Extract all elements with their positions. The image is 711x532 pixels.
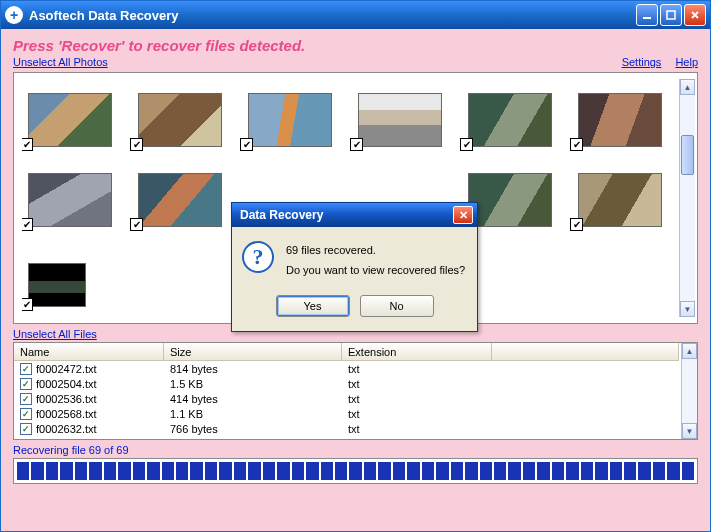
photo-item[interactable]: ✔ xyxy=(22,159,112,231)
file-size: 814 bytes xyxy=(164,363,342,375)
progress-segment xyxy=(263,462,275,480)
scroll-track[interactable] xyxy=(680,95,695,301)
photo-checkbox[interactable]: ✔ xyxy=(570,138,583,151)
progress-segment xyxy=(465,462,477,480)
photo-checkbox[interactable]: ✔ xyxy=(22,218,33,231)
file-row[interactable]: ✓f0002568.txt1.1 KBtxt xyxy=(14,406,679,421)
svg-rect-0 xyxy=(643,17,651,19)
photo-item[interactable]: ✔ xyxy=(462,79,552,151)
file-checkbox[interactable]: ✓ xyxy=(20,393,32,405)
close-button[interactable] xyxy=(684,4,706,26)
no-button[interactable]: No xyxy=(360,295,434,317)
scroll-track[interactable] xyxy=(682,359,697,423)
photo-item[interactable]: ✔ xyxy=(572,79,662,151)
file-checkbox[interactable]: ✓ xyxy=(20,363,32,375)
progress-segment xyxy=(508,462,520,480)
maximize-button[interactable] xyxy=(660,4,682,26)
column-extension[interactable]: Extension xyxy=(342,343,492,360)
file-name: f0002568.txt xyxy=(36,408,97,420)
progress-segment xyxy=(624,462,636,480)
photo-item[interactable]: ✔ xyxy=(572,159,662,231)
files-scrollbar[interactable]: ▲ ▼ xyxy=(681,343,697,439)
file-row[interactable]: ✓f0002632.txt766 bytestxt xyxy=(14,421,679,436)
photo-item[interactable]: ✔ xyxy=(352,79,442,151)
progress-segment xyxy=(46,462,58,480)
photos-scrollbar[interactable]: ▲ ▼ xyxy=(679,79,695,317)
progress-segment xyxy=(89,462,101,480)
unselect-all-files-link[interactable]: Unselect All Files xyxy=(13,328,97,340)
file-ext: txt xyxy=(342,393,492,405)
minimize-button[interactable] xyxy=(636,4,658,26)
photo-thumbnail xyxy=(468,93,552,147)
yes-button[interactable]: Yes xyxy=(276,295,350,317)
recovery-dialog: Data Recovery ✕ ? 69 files recovered. Do… xyxy=(231,202,478,332)
top-links-row: Unselect All Photos Settings Help xyxy=(1,56,710,72)
scroll-down-button[interactable]: ▼ xyxy=(682,423,697,439)
column-name[interactable]: Name xyxy=(14,343,164,360)
scroll-thumb[interactable] xyxy=(681,135,694,175)
file-row[interactable]: ✓f0002472.txt814 bytestxt xyxy=(14,361,679,376)
scroll-down-button[interactable]: ▼ xyxy=(680,301,695,317)
progress-segment xyxy=(162,462,174,480)
photo-item[interactable]: ✔ xyxy=(242,79,332,151)
photo-thumbnail xyxy=(138,173,222,227)
instruction-text: Press 'Recover' to recover files detecte… xyxy=(1,29,710,56)
file-ext: txt xyxy=(342,363,492,375)
progress-segment xyxy=(364,462,376,480)
unselect-all-photos-link[interactable]: Unselect All Photos xyxy=(13,56,108,68)
dialog-message: 69 files recovered. Do you want to view … xyxy=(286,241,465,281)
titlebar: + Asoftech Data Recovery xyxy=(1,1,710,29)
progress-segment xyxy=(537,462,549,480)
progress-segment xyxy=(234,462,246,480)
app-icon: + xyxy=(5,6,23,24)
files-panel: Name Size Extension ✓f0002472.txt814 byt… xyxy=(13,342,698,440)
column-size[interactable]: Size xyxy=(164,343,342,360)
photo-item[interactable]: ✔ xyxy=(132,79,222,151)
photo-thumbnail xyxy=(28,93,112,147)
progress-segment xyxy=(480,462,492,480)
photo-checkbox[interactable]: ✔ xyxy=(22,138,33,151)
column-spacer xyxy=(492,343,679,360)
progress-segment xyxy=(494,462,506,480)
progress-segment xyxy=(393,462,405,480)
photo-thumbnail xyxy=(28,263,86,307)
photo-item[interactable]: ✔ xyxy=(132,159,222,231)
photo-item[interactable]: ✔ xyxy=(22,239,112,311)
progress-segment xyxy=(407,462,419,480)
file-row[interactable]: ✓f0002504.txt1.5 KBtxt xyxy=(14,376,679,391)
dialog-titlebar: Data Recovery ✕ xyxy=(232,203,477,227)
progress-segment xyxy=(451,462,463,480)
file-checkbox[interactable]: ✓ xyxy=(20,423,32,435)
file-name: f0002472.txt xyxy=(36,363,97,375)
file-checkbox[interactable]: ✓ xyxy=(20,378,32,390)
window-controls xyxy=(636,4,706,26)
progress-segment xyxy=(566,462,578,480)
file-size: 1.5 KB xyxy=(164,378,342,390)
progress-segment xyxy=(190,462,202,480)
progress-segment xyxy=(118,462,130,480)
progress-segment xyxy=(667,462,679,480)
scroll-up-button[interactable]: ▲ xyxy=(680,79,695,95)
file-checkbox[interactable]: ✓ xyxy=(20,408,32,420)
photo-checkbox[interactable]: ✔ xyxy=(460,138,473,151)
photo-checkbox[interactable]: ✔ xyxy=(22,298,33,311)
help-link[interactable]: Help xyxy=(675,56,698,68)
settings-link[interactable]: Settings xyxy=(622,56,662,68)
scroll-up-button[interactable]: ▲ xyxy=(682,343,697,359)
progress-segment xyxy=(436,462,448,480)
photo-checkbox[interactable]: ✔ xyxy=(130,138,143,151)
app-title: Asoftech Data Recovery xyxy=(29,8,636,23)
photo-checkbox[interactable]: ✔ xyxy=(350,138,363,151)
progress-segment xyxy=(205,462,217,480)
dialog-close-button[interactable]: ✕ xyxy=(453,206,473,224)
dialog-line1: 69 files recovered. xyxy=(286,241,465,261)
progress-segment xyxy=(176,462,188,480)
progress-segment xyxy=(60,462,72,480)
photo-checkbox[interactable]: ✔ xyxy=(130,218,143,231)
photo-item[interactable]: ✔ xyxy=(22,79,112,151)
photo-checkbox[interactable]: ✔ xyxy=(570,218,583,231)
file-row[interactable]: ✓f0002536.txt414 bytestxt xyxy=(14,391,679,406)
photo-checkbox[interactable]: ✔ xyxy=(240,138,253,151)
progress-segment xyxy=(248,462,260,480)
progress-segment xyxy=(321,462,333,480)
